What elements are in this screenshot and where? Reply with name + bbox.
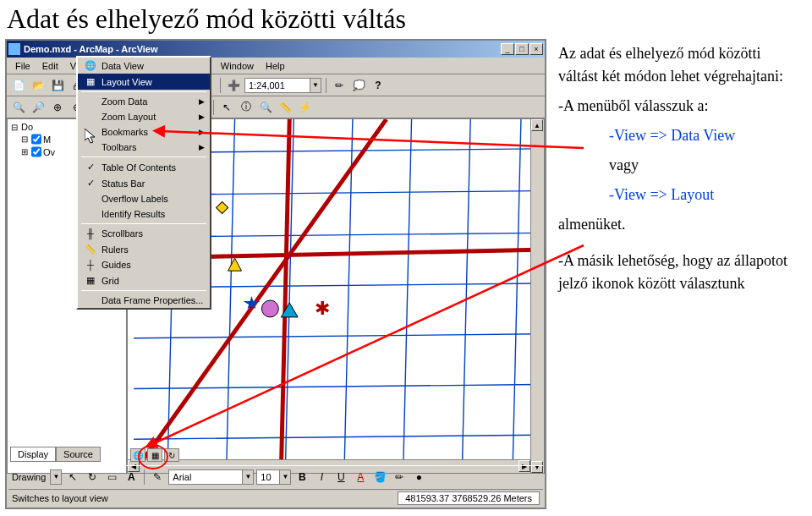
menu-item-toc[interactable]: ✓Table Of Contents [78, 159, 210, 175]
measure-icon[interactable]: 📏 [277, 99, 294, 116]
side-p2: -A menüből válasszuk a: [558, 95, 804, 118]
text-tool-icon[interactable]: A [123, 469, 140, 486]
scroll-up-icon[interactable]: ▲ [531, 119, 543, 131]
font-input[interactable] [168, 469, 253, 485]
page-title: Adat és elhelyező mód közötti váltás [0, 0, 812, 36]
arcmap-window: Demo.mxd - ArcMap - ArcView _ □ × File E… [5, 39, 546, 509]
svg-line-6 [134, 435, 538, 439]
side-link-layout: -View => Layout [609, 184, 804, 206]
underline-button[interactable]: U [332, 469, 349, 486]
new-button[interactable]: 📄 [10, 77, 27, 94]
menu-item-toolbars[interactable]: Toolbars▶ [78, 140, 210, 155]
menu-item-bookmarks[interactable]: Bookmarks▶ [78, 124, 210, 140]
marker-color-icon[interactable]: ● [410, 469, 427, 486]
drawing-dropdown-icon[interactable]: ▼ [50, 469, 62, 485]
font-dropdown-icon[interactable]: ▼ [242, 469, 254, 485]
menu-separator [81, 290, 206, 291]
grid-icon: ▦ [83, 275, 98, 286]
view-menu-dropdown: 🌐Data View ▦Layout View Zoom Data▶ Zoom … [76, 56, 211, 310]
refresh-button[interactable]: ↻ [164, 448, 179, 462]
rotate-tool-icon[interactable]: ↻ [84, 469, 101, 486]
zoom-in-icon[interactable]: 🔍 [10, 99, 27, 116]
menu-separator [81, 156, 206, 157]
menu-item-grid[interactable]: ▦Grid [78, 272, 210, 288]
whatsthis-icon[interactable]: ? [370, 77, 387, 94]
layout-icon: ▦ [83, 76, 98, 87]
status-message: Switches to layout view [12, 493, 398, 503]
editor-tool-icon[interactable]: ✏ [331, 77, 348, 94]
side-or: vagy [609, 154, 804, 177]
svg-line-8 [227, 119, 235, 473]
svg-marker-19 [228, 258, 242, 271]
menu-help[interactable]: Help [261, 59, 290, 73]
close-button[interactable]: × [529, 43, 543, 55]
menu-item-scrollbars[interactable]: ╫Scrollbars [78, 226, 210, 241]
side-p5: -A másik lehetőség, hogy az állapotot je… [558, 250, 804, 295]
open-button[interactable]: 📂 [30, 77, 47, 94]
rulers-icon: 📏 [83, 244, 98, 255]
globe-icon: 🌐 [83, 60, 98, 71]
menu-item-zoom-layout[interactable]: Zoom Layout▶ [78, 109, 210, 124]
svg-line-11 [403, 119, 412, 473]
chevron-right-icon: ▶ [199, 128, 205, 136]
chevron-right-icon: ▶ [199, 97, 205, 106]
edit-vertices-icon[interactable]: ✎ [149, 469, 166, 486]
menu-separator [81, 223, 206, 224]
find-icon[interactable]: 🔍 [257, 99, 274, 116]
menu-file[interactable]: File [10, 59, 36, 73]
zoom-out-icon[interactable]: 🔎 [30, 99, 47, 116]
select-elements-icon[interactable]: ↖ [218, 99, 235, 116]
menu-item-zoom-data[interactable]: Zoom Data▶ [78, 94, 210, 109]
layer-checkbox[interactable] [31, 134, 41, 145]
drawing-toolbar: Drawing ▼ ↖ ↻ ▭ A ✎ ▼ ▼ B I U A 🪣 ✏ ● [8, 465, 543, 487]
help-icon[interactable]: 💭 [350, 77, 367, 94]
bold-button[interactable]: B [294, 469, 310, 486]
scrollbars-icon: ╫ [83, 228, 98, 239]
save-button[interactable]: 💾 [49, 77, 66, 94]
layer-checkbox[interactable] [31, 146, 41, 157]
identify-icon[interactable]: ⓘ [238, 99, 255, 116]
rectangle-tool-icon[interactable]: ▭ [103, 469, 120, 486]
drawing-label: Drawing [12, 472, 46, 482]
menu-item-data-view[interactable]: 🌐Data View [78, 58, 210, 74]
side-p4: almenüket. [558, 213, 804, 236]
menu-edit[interactable]: Edit [37, 59, 63, 73]
menu-item-rulers[interactable]: 📏Rulers [78, 241, 210, 257]
layout-view-button[interactable]: ▦ [147, 448, 162, 462]
fill-color-icon[interactable]: 🪣 [371, 469, 388, 486]
fixed-zoom-in-icon[interactable]: ⊕ [49, 99, 66, 116]
tab-source[interactable]: Source [56, 447, 101, 462]
menu-item-guides[interactable]: ┼Guides [78, 257, 210, 272]
svg-line-4 [134, 334, 538, 338]
svg-line-13 [513, 119, 521, 473]
select-tool-icon[interactable]: ↖ [64, 469, 81, 486]
vertical-scrollbar[interactable]: ▲ ▼ [530, 119, 544, 473]
menu-window[interactable]: Window [216, 59, 259, 73]
menu-item-dataframe-props[interactable]: Data Frame Properties... [78, 293, 210, 308]
tree-root-label: Do [21, 122, 33, 132]
add-data-button[interactable]: ➕ [225, 77, 242, 94]
menu-item-identify[interactable]: Identify Results [78, 206, 210, 222]
explanation-text: Az adat és elhelyező mód közötti váltást… [558, 42, 804, 302]
tab-display[interactable]: Display [10, 447, 56, 462]
italic-button[interactable]: I [313, 469, 330, 486]
window-title: Demo.mxd - ArcMap - ArcView [24, 44, 501, 54]
chevron-right-icon: ▶ [199, 113, 205, 121]
menu-item-statusbar[interactable]: ✓Status Bar [78, 175, 210, 191]
line-color-icon[interactable]: ✏ [391, 469, 408, 486]
scale-dropdown-icon[interactable]: ▼ [310, 78, 321, 93]
data-view-button[interactable]: 🌐 [130, 448, 145, 462]
hyperlink-icon[interactable]: ⚡ [296, 99, 313, 116]
status-coords: 481593.37 3768529.26 Meters [398, 491, 540, 505]
chevron-right-icon: ▶ [199, 143, 205, 151]
maximize-button[interactable]: □ [515, 43, 529, 55]
svg-rect-14 [217, 201, 228, 213]
menu-item-overflow[interactable]: Overflow Labels [78, 191, 210, 206]
svg-line-12 [462, 119, 470, 473]
fontsize-dropdown-icon[interactable]: ▼ [279, 469, 291, 485]
minimize-button[interactable]: _ [501, 43, 514, 55]
menu-item-layout-view[interactable]: ▦Layout View [78, 74, 210, 90]
font-color-icon[interactable]: A [352, 469, 369, 486]
svg-point-17 [261, 300, 278, 317]
guides-icon: ┼ [83, 260, 98, 270]
